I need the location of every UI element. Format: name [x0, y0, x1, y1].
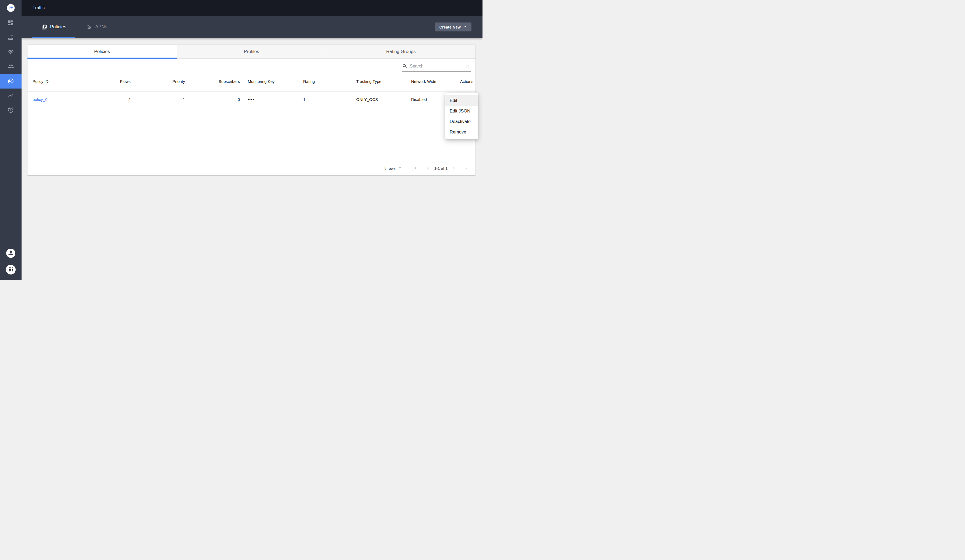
- subtab-label: Policies: [94, 49, 110, 54]
- menu-item-remove[interactable]: Remove: [445, 127, 478, 137]
- subtab-rating-groups[interactable]: Rating Groups: [326, 45, 476, 59]
- last-page-button[interactable]: [464, 165, 469, 172]
- active-tab-indicator: [32, 37, 75, 38]
- sidebar-item-equipment[interactable]: [0, 30, 21, 45]
- policies-panel: Policies Profiles Rating Groups: [28, 45, 476, 175]
- subtab-profiles[interactable]: Profiles: [177, 45, 326, 59]
- dropdown-arrow-icon: [397, 165, 402, 171]
- people-icon: [8, 63, 14, 70]
- api-docs-button[interactable]: [7, 4, 15, 12]
- sidebar: [0, 0, 21, 280]
- subtab-policies[interactable]: Policies: [28, 45, 177, 59]
- create-new-button[interactable]: Create New: [435, 23, 471, 31]
- tab-apns[interactable]: APNs: [75, 16, 118, 38]
- next-page-button[interactable]: [451, 165, 456, 172]
- account-button[interactable]: [6, 249, 15, 258]
- column-header-tracking-type: Tracking Type: [349, 72, 406, 91]
- tab-label: Policies: [50, 24, 66, 29]
- apps-grid-icon: [8, 266, 14, 273]
- person-icon: [7, 250, 14, 257]
- last-page-icon: [464, 165, 469, 172]
- first-page-icon: [412, 165, 418, 172]
- previous-page-button[interactable]: [425, 165, 431, 172]
- sidebar-item-dashboard[interactable]: [0, 16, 21, 30]
- subtab-label: Profiles: [244, 49, 259, 54]
- section-tabs: Policies APNs: [32, 16, 118, 38]
- policies-table: Policy ID Flows Priority Subscribers Mon…: [28, 72, 476, 108]
- row-actions-menu: Edit Edit JSON Deactivate Remove: [445, 93, 478, 139]
- table-empty-space: [28, 108, 476, 162]
- router-icon: [8, 34, 14, 41]
- column-header-flows: Flows: [92, 72, 135, 91]
- chevron-right-icon: [451, 165, 456, 172]
- chevron-left-icon: [425, 165, 431, 172]
- cell-subscribers: 0: [189, 91, 244, 108]
- cell-monitoring-key: ••••: [244, 91, 300, 108]
- search-icon: [402, 64, 407, 69]
- sidebar-item-traffic[interactable]: [0, 74, 21, 88]
- column-header-monitoring-key: Monitoring Key: [244, 72, 300, 91]
- column-header-rating: Rating: [300, 72, 349, 91]
- cell-flows: 2: [92, 91, 135, 108]
- sidebar-item-network-check[interactable]: [0, 45, 21, 59]
- page-title: Traffic: [33, 5, 45, 10]
- tab-label: APNs: [95, 24, 107, 29]
- library-books-icon: [41, 24, 47, 30]
- first-page-button[interactable]: [412, 165, 418, 172]
- code-icon: [8, 5, 13, 11]
- tab-policies[interactable]: Policies: [32, 16, 75, 38]
- network-check-icon: [8, 49, 14, 56]
- rows-per-page-label: 5 rows: [384, 166, 396, 171]
- subtab-label: Rating Groups: [386, 49, 416, 54]
- create-new-label: Create New: [440, 25, 461, 29]
- menu-item-edit-json[interactable]: Edit JSON: [445, 106, 478, 116]
- search-field: [402, 62, 471, 72]
- menu-item-edit[interactable]: Edit: [445, 95, 478, 106]
- rows-per-page-select[interactable]: 5 rows: [384, 165, 402, 171]
- section-tabbar: Policies APNs Create New: [21, 16, 483, 38]
- column-header-priority: Priority: [135, 72, 189, 91]
- wifi-tethering-icon: [8, 78, 14, 85]
- cell-priority: 1: [135, 91, 189, 108]
- cell-policy-id: policy_0: [28, 91, 92, 108]
- panel-subtabs: Policies Profiles Rating Groups: [28, 45, 476, 59]
- dropdown-arrow-icon: [463, 24, 468, 30]
- policy-link[interactable]: policy_0: [33, 97, 47, 102]
- cell-tracking-type: ONLY_OCS: [349, 91, 406, 108]
- alarm-clock-icon: [8, 107, 14, 114]
- search-input[interactable]: [410, 64, 463, 69]
- column-header-actions: Actions: [457, 72, 476, 91]
- menu-item-deactivate[interactable]: Deactivate: [445, 116, 478, 127]
- sidebar-item-subscribers[interactable]: [0, 59, 21, 74]
- cell-rating: 1: [300, 91, 349, 108]
- column-header-subscribers: Subscribers: [189, 72, 244, 91]
- apps-button[interactable]: [6, 265, 16, 274]
- pagination: 5 rows 1-1 of 1: [28, 162, 476, 175]
- search-row: [28, 59, 476, 72]
- sidebar-item-metrics[interactable]: [0, 88, 21, 103]
- topbar: Traffic: [21, 0, 483, 16]
- table-header-row: Policy ID Flows Priority Subscribers Mon…: [28, 72, 476, 91]
- line-chart-icon: [8, 92, 14, 100]
- column-header-policy-id: Policy ID: [28, 72, 92, 91]
- app-root: Traffic Policies APNs Create New: [0, 0, 483, 280]
- column-header-network-wide: Network Wide: [406, 72, 457, 91]
- table-row: policy_0 2 1 0 •••• 1 ONLY_OCS Disabled: [28, 91, 476, 108]
- dashboard-icon: [8, 20, 14, 27]
- sidebar-item-alarms[interactable]: [0, 103, 21, 118]
- rss-feed-icon: [87, 24, 92, 30]
- clear-search-icon[interactable]: [465, 64, 470, 69]
- sidebar-nav: [0, 0, 21, 118]
- page-range-label: 1-1 of 1: [434, 166, 448, 171]
